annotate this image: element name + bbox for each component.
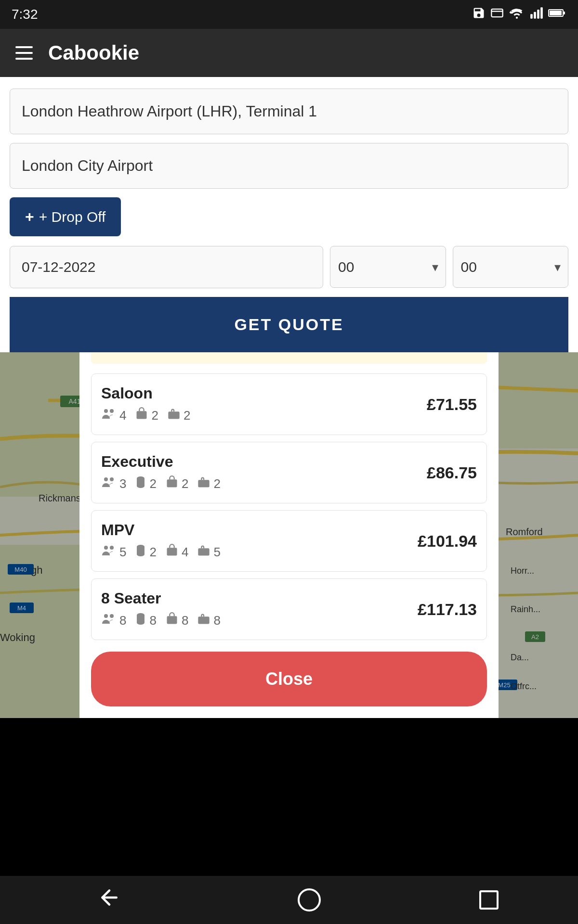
cylinder-icon	[135, 475, 146, 492]
mpv-briefcase: 5	[197, 544, 220, 561]
svg-rect-82	[167, 616, 177, 624]
bag-icon-mpv	[165, 544, 179, 561]
get-quote-button[interactable]: GET QUOTE	[10, 297, 568, 352]
hour-select[interactable]: 00010203 04050607 08091011 12131415 1617…	[330, 246, 446, 288]
saloon-passengers: 4	[101, 407, 126, 424]
people-icon	[101, 407, 117, 424]
drop-off-label: + Drop Off	[39, 209, 106, 225]
home-button[interactable]	[298, 888, 321, 911]
svg-rect-69	[198, 480, 210, 487]
eight-bags: 8	[165, 612, 188, 629]
top-bar: Cabookie	[0, 29, 578, 77]
eight-seater-specs: 8 8 8	[101, 612, 221, 629]
map-area: A41 M25 M25 M1 A1(M) M25 M25 Cheshunt Ep…	[0, 352, 578, 718]
svg-rect-1	[530, 14, 533, 18]
briefcase-icon-mpv	[197, 544, 210, 561]
bag-icon-exec	[165, 475, 179, 492]
hamburger-menu[interactable]	[15, 46, 33, 60]
dropoff-input[interactable]	[10, 143, 568, 189]
executive-price: £86.75	[427, 463, 477, 482]
svg-point-63	[104, 477, 108, 481]
svg-point-59	[104, 409, 108, 413]
pickup-input[interactable]	[10, 89, 568, 134]
battery-icon	[548, 6, 566, 23]
plus-icon: +	[25, 208, 34, 226]
wifi-icon	[509, 6, 525, 23]
people-icon-mpv	[101, 544, 117, 561]
saloon-option[interactable]: Saloon 4 2	[91, 373, 487, 435]
svg-point-81	[137, 621, 144, 625]
mpv-passengers: 5	[101, 544, 126, 561]
svg-point-74	[137, 552, 144, 556]
add-dropoff-button[interactable]: + + Drop Off	[10, 197, 121, 236]
back-button[interactable]	[79, 882, 139, 918]
svg-rect-7	[563, 12, 565, 14]
recent-apps-button[interactable]	[479, 890, 499, 910]
minute-select[interactable]: 00051015 20253035 40455055	[453, 246, 568, 288]
svg-rect-62	[168, 411, 179, 419]
mpv-option[interactable]: MPV 5 2	[91, 510, 487, 572]
close-label: Close	[265, 669, 313, 689]
exec-passengers: 3	[101, 475, 126, 492]
svg-rect-0	[491, 9, 502, 16]
wallet-icon	[490, 6, 504, 23]
cylinder-icon-mpv	[135, 544, 146, 561]
distance-banner: Distance: 25.97 miles | Duration: 1 hrs,…	[91, 352, 487, 364]
eight-seater-name: 8 Seater	[101, 590, 221, 607]
mpv-price: £101.94	[418, 532, 477, 551]
briefcase-icon	[167, 407, 181, 424]
exec-bags: 2	[165, 475, 188, 492]
bag-icon	[135, 407, 148, 424]
svg-point-64	[110, 477, 114, 481]
svg-rect-68	[167, 479, 177, 487]
signal-icon	[530, 6, 543, 23]
datetime-row: 00010203 04050607 08091011 12131415 1617…	[10, 246, 568, 288]
executive-specs: 3 2 2	[101, 475, 221, 492]
svg-rect-75	[167, 548, 177, 555]
svg-point-67	[137, 484, 144, 488]
main-content: + + Drop Off 00010203 04050607 08091011 …	[0, 77, 578, 352]
people-icon-eight	[101, 612, 117, 629]
saloon-price: £71.55	[427, 395, 477, 414]
executive-option[interactable]: Executive 3 2	[91, 442, 487, 503]
svg-rect-2	[534, 12, 536, 18]
exec-briefcase: 2	[197, 475, 220, 492]
saloon-specs: 4 2 2	[101, 407, 190, 424]
date-input[interactable]	[10, 246, 323, 288]
status-time: 7:32	[12, 7, 38, 22]
svg-rect-61	[137, 411, 147, 419]
eight-passengers: 8	[101, 612, 126, 629]
hour-select-wrapper: 00010203 04050607 08091011 12131415 1617…	[330, 246, 446, 288]
svg-rect-6	[550, 11, 562, 15]
eight-briefcase: 8	[197, 612, 220, 629]
svg-rect-76	[198, 548, 210, 555]
bottom-nav	[0, 876, 578, 924]
modal-overlay: Distance: 25.97 miles | Duration: 1 hrs,…	[0, 352, 578, 718]
svg-point-71	[110, 546, 114, 550]
svg-rect-83	[198, 616, 210, 624]
svg-point-77	[104, 614, 108, 618]
close-modal-button[interactable]: Close	[91, 652, 487, 706]
minute-select-wrapper: 00051015 20253035 40455055	[453, 246, 568, 288]
briefcase-icon-eight	[197, 612, 210, 629]
mpv-specs: 5 2 4	[101, 544, 221, 561]
save-icon	[472, 6, 486, 23]
eight-cylinders: 8	[135, 612, 156, 629]
mpv-cylinders: 2	[135, 544, 156, 561]
svg-point-70	[104, 546, 108, 550]
get-quote-label: GET QUOTE	[234, 315, 343, 334]
status-bar: 7:32	[0, 0, 578, 29]
eight-seater-price: £117.13	[418, 600, 477, 619]
people-icon-exec	[101, 475, 117, 492]
exec-cylinders: 2	[135, 475, 156, 492]
mpv-name: MPV	[101, 521, 221, 539]
svg-rect-4	[540, 7, 543, 18]
svg-point-60	[110, 409, 114, 413]
app-title: Cabookie	[48, 41, 139, 64]
saloon-bags: 2	[135, 407, 158, 424]
cylinder-icon-eight	[135, 612, 146, 629]
bag-icon-eight	[165, 612, 179, 629]
eight-seater-option[interactable]: 8 Seater 8 8	[91, 578, 487, 640]
svg-rect-3	[537, 10, 539, 19]
executive-name: Executive	[101, 453, 221, 471]
